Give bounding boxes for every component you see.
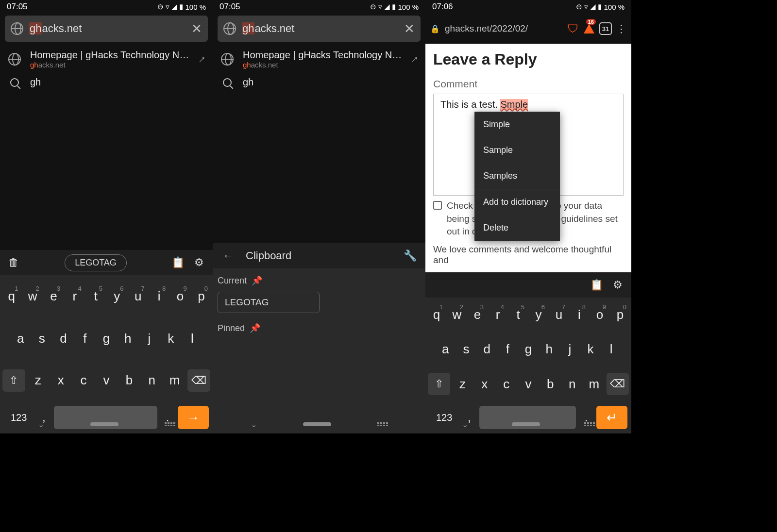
key-i[interactable]: i8 — [149, 284, 169, 309]
keyboard-switch-icon[interactable] — [165, 422, 175, 426]
key-p[interactable]: p0 — [610, 302, 630, 327]
insert-arrow-icon[interactable]: ↑ — [196, 53, 208, 66]
key-u[interactable]: u7 — [127, 284, 148, 309]
key-y[interactable]: y6 — [106, 284, 127, 309]
key-h[interactable]: h — [539, 337, 559, 362]
chevron-down-icon[interactable]: ⌄ — [462, 420, 468, 429]
keyboard[interactable]: q1w2e3r4t5y6u7i8o9p0 asdfghjkl ⇧zxcvbnm⌫… — [425, 298, 631, 433]
key-w[interactable]: w2 — [22, 284, 43, 309]
key-a[interactable]: a — [10, 326, 31, 351]
clipboard-item[interactable]: LEGOTAG — [218, 292, 320, 313]
keyboard[interactable]: q1w2e3r4t5y6u7i8o9p0 asdfghjkl ⇧zxcvbnm⌫… — [0, 275, 213, 433]
url-text[interactable]: ghacks.net/2022/02/ — [445, 23, 562, 34]
chevron-down-icon[interactable]: ⌄ — [38, 420, 44, 429]
chevron-down-icon[interactable]: ⌄ — [251, 420, 257, 429]
key-b[interactable]: b — [540, 372, 561, 397]
insert-arrow-icon[interactable]: ↑ — [408, 53, 421, 66]
key-a[interactable]: a — [435, 337, 456, 362]
key-y[interactable]: y6 — [528, 302, 549, 327]
key-f[interactable]: f — [497, 337, 518, 362]
key-x[interactable]: x — [50, 368, 72, 393]
key-k[interactable]: k — [580, 337, 601, 362]
key-u[interactable]: u7 — [549, 302, 569, 327]
home-pill[interactable] — [512, 422, 540, 426]
keyboard-switch-icon[interactable] — [584, 422, 595, 426]
spellcheck-suggestion[interactable]: Samples — [474, 163, 560, 189]
menu-dots-icon[interactable]: ⋯ — [615, 24, 628, 33]
key-v[interactable]: v — [517, 372, 539, 397]
suggestion-search[interactable]: gh — [213, 73, 425, 92]
key-z[interactable]: z — [27, 368, 50, 393]
key-e[interactable]: e3 — [467, 302, 488, 327]
key-j[interactable]: j — [559, 337, 580, 362]
key-z[interactable]: z — [452, 372, 473, 397]
key-c[interactable]: c — [72, 368, 95, 393]
add-to-dictionary[interactable]: Add to dictionary — [474, 189, 560, 215]
key-b[interactable]: b — [118, 368, 140, 393]
spellcheck-suggestion[interactable]: Sample — [474, 137, 560, 163]
key-d[interactable]: d — [476, 337, 497, 362]
key-s[interactable]: s — [31, 326, 52, 351]
key-t[interactable]: t5 — [85, 284, 106, 309]
suggestion-history[interactable]: Homepage | gHacks Technology News ghacks… — [213, 46, 425, 73]
trash-icon[interactable]: 🗑 — [5, 256, 22, 269]
url-bar[interactable]: ghacks.net ✕ — [5, 16, 208, 42]
key-r[interactable]: r4 — [488, 302, 508, 327]
clear-icon[interactable]: ✕ — [404, 21, 415, 36]
key-x[interactable]: x — [473, 372, 495, 397]
brave-shield-icon[interactable]: 🛡 — [567, 22, 579, 35]
clipboard-icon[interactable]: 📋 — [588, 279, 605, 291]
key-t[interactable]: t5 — [508, 302, 528, 327]
key-m[interactable]: m — [583, 372, 605, 397]
suggestion-search[interactable]: gh — [0, 73, 213, 92]
home-pill[interactable] — [303, 422, 331, 426]
key-j[interactable]: j — [138, 326, 160, 351]
key-g[interactable]: g — [518, 337, 539, 362]
key-w[interactable]: w2 — [447, 302, 467, 327]
key-f[interactable]: f — [74, 326, 96, 351]
key-q[interactable]: q1 — [426, 302, 447, 327]
clipboard-pill[interactable]: LEGOTAG — [65, 254, 127, 271]
key-l[interactable]: l — [182, 326, 203, 351]
lock-icon[interactable]: 🔒 — [430, 24, 440, 33]
key-m[interactable]: m — [163, 368, 186, 393]
delete[interactable]: Delete — [474, 215, 560, 241]
home-pill[interactable] — [90, 422, 118, 426]
consent-checkbox[interactable] — [433, 201, 442, 210]
key-k[interactable]: k — [160, 326, 182, 351]
key-d[interactable]: d — [52, 326, 74, 351]
url-bar[interactable]: ghacks.net ✕ — [218, 16, 421, 42]
spellcheck-suggestion[interactable]: Simple — [474, 112, 560, 137]
key-h[interactable]: h — [117, 326, 138, 351]
key-l[interactable]: l — [601, 337, 622, 362]
tab-count[interactable]: 31 — [599, 22, 612, 35]
key-i[interactable]: i8 — [569, 302, 590, 327]
key-shift[interactable]: ⇧ — [2, 369, 25, 392]
key-n[interactable]: n — [140, 368, 163, 393]
back-arrow-icon[interactable]: ← — [220, 249, 237, 262]
gear-icon[interactable]: ⚙ — [190, 256, 208, 269]
key-backspace[interactable]: ⌫ — [607, 373, 629, 395]
key-backspace[interactable]: ⌫ — [187, 369, 210, 392]
misspelled-word[interactable]: Smple — [500, 99, 528, 110]
keyboard-switch-icon[interactable] — [377, 422, 388, 426]
key-p[interactable]: p0 — [191, 284, 212, 309]
key-s[interactable]: s — [456, 337, 477, 362]
key-o[interactable]: o9 — [590, 302, 610, 327]
wrench-icon[interactable]: 🔧 — [401, 249, 419, 262]
clear-icon[interactable]: ✕ — [191, 21, 202, 36]
key-g[interactable]: g — [96, 326, 117, 351]
comment-textarea[interactable]: This is a test. Smple Simple Sample Samp… — [433, 94, 624, 196]
key-c[interactable]: c — [495, 372, 517, 397]
gear-icon[interactable]: ⚙ — [609, 279, 626, 291]
key-e[interactable]: e3 — [43, 284, 64, 309]
suggestion-history[interactable]: Homepage | gHacks Technology News ghacks… — [0, 46, 213, 73]
key-n[interactable]: n — [561, 372, 583, 397]
key-r[interactable]: r4 — [64, 284, 85, 309]
key-v[interactable]: v — [95, 368, 118, 393]
clipboard-icon[interactable]: 📋 — [169, 256, 186, 269]
key-q[interactable]: q1 — [1, 284, 22, 309]
rewards-icon[interactable]: 16 — [584, 24, 594, 33]
key-shift[interactable]: ⇧ — [428, 373, 450, 395]
key-o[interactable]: o9 — [169, 284, 190, 309]
